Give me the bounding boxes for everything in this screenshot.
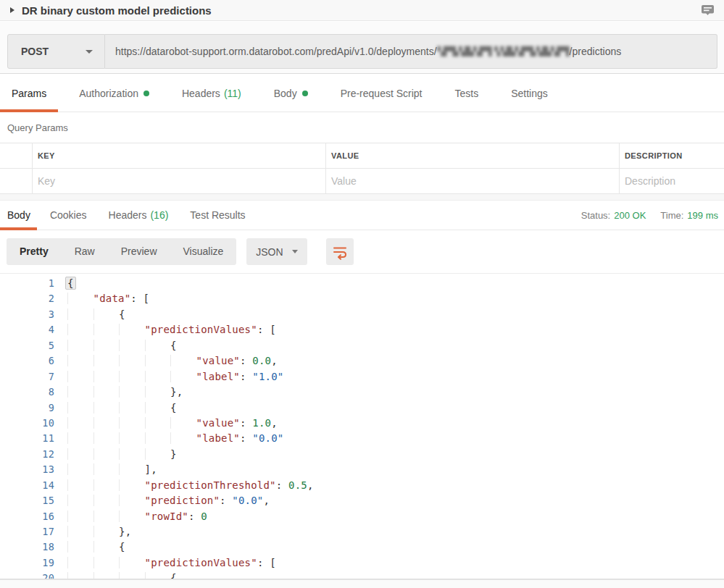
code-line: 7 "label": "1.0" bbox=[0, 369, 724, 385]
line-number: 5 bbox=[0, 338, 54, 353]
indent-guide bbox=[93, 479, 120, 491]
view-visualize[interactable]: Visualize bbox=[170, 238, 237, 265]
code-token: 0.0 bbox=[252, 355, 271, 366]
code-token: "rowId" bbox=[145, 511, 188, 522]
line-number: 14 bbox=[0, 478, 54, 493]
code-token: , bbox=[271, 355, 278, 366]
indent-guide bbox=[145, 355, 171, 366]
indent-guide bbox=[67, 511, 93, 522]
code-token: : [ bbox=[130, 293, 149, 304]
view-raw[interactable]: Raw bbox=[62, 238, 108, 265]
indent-guide bbox=[67, 557, 93, 568]
green-dot-icon bbox=[143, 91, 149, 96]
response-tab-body[interactable]: Body bbox=[0, 201, 37, 230]
code-token: , bbox=[307, 479, 314, 491]
code-token: { bbox=[119, 541, 125, 553]
code-token: : bbox=[188, 511, 201, 522]
url-suffix: /predictions bbox=[570, 46, 622, 57]
response-body-json[interactable]: 1{2 "data": [3 {4 "predictionValues": [5… bbox=[0, 273, 724, 579]
indent-guide bbox=[93, 402, 120, 413]
code-token: } bbox=[170, 448, 177, 460]
line-number: 8 bbox=[0, 385, 54, 400]
comment-icon bbox=[700, 3, 715, 17]
indent-guide bbox=[67, 293, 93, 304]
indent-guide bbox=[145, 340, 171, 351]
url-input[interactable]: https://datarobot-support.orm.datarobot.… bbox=[105, 34, 717, 69]
tab-count-badge: (11) bbox=[224, 88, 241, 99]
code-line: 15 "prediction": "0.0", bbox=[0, 493, 724, 508]
code-token: : [ bbox=[257, 324, 276, 335]
indent-guide bbox=[170, 417, 196, 429]
indent-guide bbox=[119, 402, 145, 413]
tab-headers[interactable]: Headers(11) bbox=[170, 75, 253, 112]
tab-body[interactable]: Body bbox=[262, 75, 320, 112]
horizontal-scrollbar-track[interactable] bbox=[0, 579, 724, 588]
view-pretty[interactable]: Pretty bbox=[7, 238, 62, 265]
code-line: 3 { bbox=[0, 307, 724, 322]
param-value-input[interactable]: Value bbox=[326, 169, 620, 193]
tab-pre-request-script[interactable]: Pre-request Script bbox=[329, 75, 434, 112]
table-header-row: KEY VALUE DESCRIPTION bbox=[0, 143, 724, 169]
wrap-text-icon bbox=[332, 244, 348, 260]
chevron-down-icon bbox=[86, 50, 93, 54]
code-token: : [ bbox=[257, 557, 276, 568]
code-line: 5 { bbox=[0, 338, 724, 353]
tab-count-badge: (16) bbox=[150, 209, 168, 221]
code-token: 0.5 bbox=[288, 479, 307, 491]
method-dropdown[interactable]: POST bbox=[7, 34, 105, 69]
indent-guide bbox=[145, 432, 171, 444]
indent-guide bbox=[145, 572, 171, 579]
column-header-value: VALUE bbox=[331, 151, 359, 160]
line-number: 18 bbox=[0, 539, 54, 555]
url-redacted-segment: ▚▛▜▞▟▙▚▛▜▝▞▟▙▚▛▜▞▟▙▚▛▜ bbox=[438, 46, 569, 56]
param-description-input[interactable]: Description bbox=[620, 169, 724, 193]
line-number: 11 bbox=[0, 431, 54, 446]
line-number: 13 bbox=[0, 462, 54, 477]
tab-settings[interactable]: Settings bbox=[499, 75, 559, 112]
indent-guide bbox=[119, 495, 145, 506]
indent-guide bbox=[119, 340, 145, 351]
code-token: { bbox=[170, 340, 177, 351]
code-token: 0 bbox=[201, 511, 207, 522]
tab-label: Pre-request Script bbox=[341, 88, 423, 99]
code-line: 9 { bbox=[0, 400, 724, 416]
code-token: }, bbox=[119, 526, 131, 537]
indent-guide bbox=[67, 479, 93, 491]
code-line: 11 "label": "0.0" bbox=[0, 431, 724, 446]
line-number: 4 bbox=[0, 322, 54, 337]
wrap-text-button[interactable] bbox=[326, 238, 354, 265]
format-dropdown[interactable]: JSON bbox=[246, 238, 307, 265]
response-toolbar: PrettyRawPreviewVisualize JSON bbox=[0, 230, 724, 273]
indent-guide bbox=[67, 448, 93, 460]
code-token: { bbox=[119, 308, 125, 320]
code-token: "label" bbox=[196, 371, 240, 382]
indent-guide bbox=[170, 432, 196, 444]
code-token: { bbox=[65, 277, 76, 290]
tab-params[interactable]: Params bbox=[0, 75, 58, 112]
code-line: 13 ], bbox=[0, 462, 724, 477]
query-params-label: Query Params bbox=[7, 122, 68, 133]
indent-guide bbox=[67, 417, 93, 429]
pane-divider[interactable] bbox=[0, 194, 724, 200]
tab-label: Tests bbox=[454, 88, 478, 99]
code-line: 8 }, bbox=[0, 385, 724, 400]
code-token: "1.0" bbox=[252, 371, 283, 382]
indent-guide bbox=[67, 355, 93, 366]
code-line: 14 "predictionThreshold": 0.5, bbox=[0, 478, 724, 493]
disclosure-caret-icon[interactable] bbox=[10, 7, 14, 13]
tab-authorization[interactable]: Authorization bbox=[67, 75, 161, 112]
indent-guide bbox=[145, 402, 171, 413]
response-view-switcher: PrettyRawPreviewVisualize bbox=[7, 238, 236, 265]
indent-guide bbox=[67, 526, 93, 537]
response-tab-test-results[interactable]: Test Results bbox=[181, 201, 254, 230]
indent-guide bbox=[145, 417, 171, 429]
code-token: "0.0" bbox=[232, 495, 263, 506]
param-key-input[interactable]: Key bbox=[33, 169, 326, 193]
indent-guide bbox=[119, 557, 145, 568]
comment-button[interactable] bbox=[700, 3, 715, 17]
response-tab-headers[interactable]: Headers(16) bbox=[100, 201, 178, 230]
tab-tests[interactable]: Tests bbox=[443, 75, 490, 112]
view-preview[interactable]: Preview bbox=[108, 238, 170, 265]
response-tab-cookies[interactable]: Cookies bbox=[41, 201, 96, 230]
indent-guide bbox=[119, 463, 145, 475]
